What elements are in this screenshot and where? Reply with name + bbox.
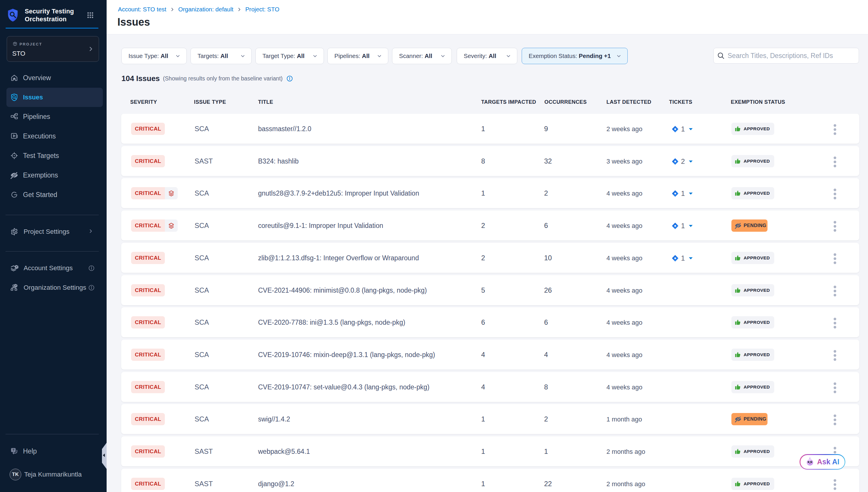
svg-text:?: ?: [12, 448, 14, 452]
